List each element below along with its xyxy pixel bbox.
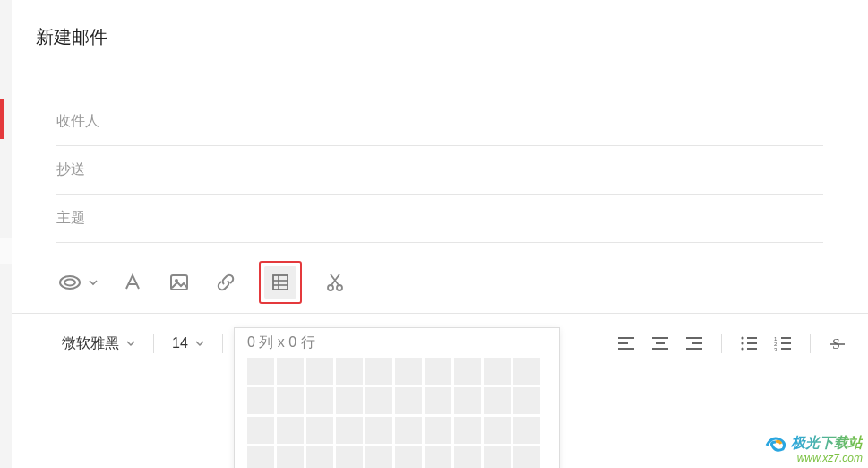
svg-point-1 — [64, 280, 75, 286]
table-picker-cell[interactable] — [513, 417, 540, 444]
table-picker-cell[interactable] — [247, 358, 274, 385]
cut-icon[interactable] — [322, 269, 348, 296]
table-picker-cell[interactable] — [306, 358, 333, 385]
text-format-icon[interactable] — [119, 269, 146, 296]
table-picker-cell[interactable] — [247, 417, 274, 444]
svg-point-19 — [741, 336, 743, 339]
table-picker-cell[interactable] — [247, 387, 274, 414]
table-picker-cell[interactable] — [336, 417, 363, 444]
attachment-dropdown-icon[interactable] — [87, 269, 99, 296]
table-picker-cell[interactable] — [247, 446, 274, 468]
toolbar-primary — [12, 243, 868, 300]
table-picker-cell[interactable] — [336, 387, 363, 414]
table-picker-cell[interactable] — [277, 417, 304, 444]
table-picker-cell[interactable] — [395, 417, 422, 444]
table-icon — [271, 273, 289, 291]
table-picker-label: 0 列 x 0 行 — [247, 334, 550, 352]
table-picker-cell[interactable] — [306, 446, 333, 468]
table-picker-cell[interactable] — [513, 387, 540, 414]
font-family-value: 微软雅黑 — [62, 334, 119, 353]
table-picker-cell[interactable] — [484, 446, 511, 468]
table-picker-cell[interactable] — [425, 387, 451, 414]
font-size-value: 14 — [172, 335, 188, 351]
table-picker-grid[interactable] — [247, 358, 550, 468]
table-picker-cell[interactable] — [277, 387, 304, 414]
table-picker-cell[interactable] — [395, 358, 422, 385]
table-picker-cell[interactable] — [484, 387, 511, 414]
table-picker-cell[interactable] — [513, 358, 540, 385]
svg-point-20 — [741, 342, 743, 344]
table-picker-cell[interactable] — [365, 387, 392, 414]
table-picker-cell[interactable] — [365, 417, 392, 444]
table-picker-cell[interactable] — [395, 446, 422, 468]
bullet-list-icon[interactable] — [736, 331, 761, 356]
table-picker-cell[interactable] — [336, 446, 363, 468]
watermark-text: 极光下载站 — [791, 435, 863, 451]
divider — [222, 334, 223, 353]
table-picker-cell[interactable] — [454, 446, 481, 468]
table-picker-cell[interactable] — [395, 387, 422, 414]
svg-rect-4 — [273, 275, 288, 290]
watermark-logo-icon — [763, 433, 788, 453]
subject-field[interactable]: 主题 — [56, 195, 823, 243]
table-picker-cell[interactable] — [277, 446, 304, 468]
strikethrough-icon[interactable]: S — [825, 331, 850, 356]
table-size-picker: 0 列 x 0 行 — [234, 327, 560, 468]
divider — [721, 334, 722, 353]
align-right-icon[interactable] — [682, 331, 707, 356]
table-picker-cell[interactable] — [277, 358, 304, 385]
table-picker-cell[interactable] — [425, 358, 451, 385]
attachment-icon[interactable] — [56, 269, 83, 296]
divider — [810, 334, 811, 353]
recipient-field[interactable]: 收件人 — [56, 98, 823, 146]
align-center-icon[interactable] — [648, 331, 673, 356]
table-picker-cell[interactable] — [425, 446, 451, 468]
table-picker-cell[interactable] — [336, 358, 363, 385]
svg-text:3: 3 — [774, 347, 778, 351]
svg-point-21 — [741, 347, 743, 350]
watermark-url: www.xz7.com — [763, 453, 863, 464]
align-left-icon[interactable] — [614, 331, 639, 356]
page-title: 新建邮件 — [12, 0, 868, 49]
table-picker-cell[interactable] — [484, 417, 511, 444]
table-picker-cell[interactable] — [306, 387, 333, 414]
table-picker-cell[interactable] — [306, 417, 333, 444]
table-picker-cell[interactable] — [454, 387, 481, 414]
svg-point-9 — [337, 285, 342, 290]
font-family-select[interactable]: 微软雅黑 — [56, 331, 141, 357]
divider — [153, 334, 154, 353]
table-picker-cell[interactable] — [454, 417, 481, 444]
svg-point-0 — [60, 276, 80, 289]
link-icon[interactable] — [212, 269, 239, 296]
table-picker-cell[interactable] — [454, 358, 481, 385]
font-size-select[interactable]: 14 — [167, 332, 210, 355]
chevron-down-icon — [195, 340, 204, 347]
table-picker-cell[interactable] — [484, 358, 511, 385]
table-picker-cell[interactable] — [365, 446, 392, 468]
table-picker-cell[interactable] — [365, 358, 392, 385]
table-button-highlighted[interactable] — [259, 261, 302, 304]
table-picker-cell[interactable] — [513, 446, 540, 468]
table-picker-cell[interactable] — [425, 417, 451, 444]
image-icon[interactable] — [166, 269, 193, 296]
cc-field[interactable]: 抄送 — [56, 146, 823, 195]
svg-point-8 — [328, 285, 333, 290]
watermark: 极光下载站 www.xz7.com — [763, 433, 863, 464]
numbered-list-icon[interactable]: 123 — [770, 331, 795, 356]
chevron-down-icon — [126, 340, 135, 347]
